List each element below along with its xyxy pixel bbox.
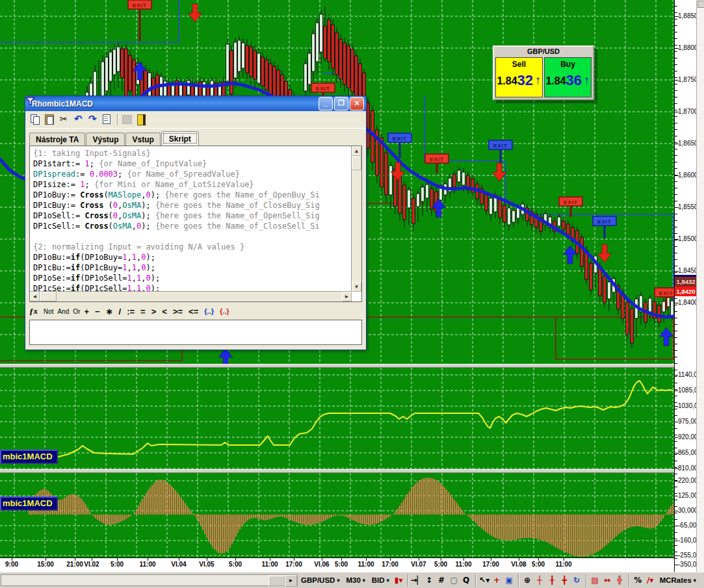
code-line: {1: taking Input-Signals} [33, 148, 352, 159]
axis-tick-label: -255,00 [678, 552, 696, 559]
equity-indicator-panel[interactable]: mbic1MACD [0, 368, 674, 469]
trendline-dropdown[interactable]: ∕▾ [644, 575, 657, 585]
operator-button[interactable]: > [151, 307, 157, 316]
editor-vscrollbar[interactable]: ▲ ▼ [351, 146, 361, 292]
time-tick-label: 11:00 [133, 561, 162, 568]
scroll-right-icon[interactable]: ► [285, 575, 297, 587]
fit-width-icon[interactable]: ↔ [601, 575, 614, 585]
time-axis[interactable]: 9:0015:0021:00VI.025:0011:00VI.04VI.055:… [0, 557, 674, 572]
check-script-icon[interactable] [100, 113, 114, 126]
svg-text:EXIT: EXIT [493, 143, 508, 149]
osma-indicator-panel[interactable]: mbic1MACD [0, 473, 674, 557]
time-tick-label: VI.04 [164, 561, 193, 568]
redo-icon[interactable] [86, 113, 100, 126]
save-icon[interactable] [120, 113, 135, 126]
equity-line [49, 381, 673, 457]
time-tick-label: 17:00 [280, 561, 308, 568]
cursor-dropdown[interactable]: ↖▾ [478, 575, 491, 585]
operator-button[interactable]: <= [189, 307, 198, 316]
tab-skript[interactable]: Skript [161, 131, 199, 146]
code-line: DP1oSell:= Cross(0,OsMA); {here goes the… [33, 211, 352, 221]
zoom-y-icon[interactable]: ╂ [546, 575, 558, 585]
tab-nastroje-ta[interactable]: Nástroje TA [29, 133, 85, 146]
close-button[interactable]: × [350, 97, 364, 110]
scroll-down-icon[interactable]: ▼ [352, 282, 361, 292]
scroll-to-end-icon[interactable]: →▏ [411, 575, 423, 585]
chevron-down-icon: ▾ [694, 578, 696, 583]
code-line: DP1cSell:= Cross(OsMA,0); {here goes the… [33, 221, 352, 231]
editor-hscrollbar[interactable]: ◄ ► [30, 291, 352, 301]
operator-button[interactable]: − [95, 307, 100, 316]
script-editor[interactable]: {1: taking Input-Signals}DP1start:= 1; {… [29, 146, 362, 302]
sell-button[interactable]: Sell 1.8432↑ [495, 57, 543, 97]
operator-button[interactable]: {..} [220, 307, 229, 315]
indicator-name-plate: mbic1MACD [0, 450, 58, 464]
operator-button[interactable]: {..} [204, 307, 214, 315]
code-line: DP1cBuy:= Cross (0,OsMA); {here goes the… [33, 200, 352, 211]
operator-button[interactable]: Or [73, 308, 80, 315]
tab-vyst[interactable]: Výstup [86, 133, 125, 146]
operator-button[interactable]: = [140, 307, 146, 316]
actual-size-icon[interactable]: ▤ [589, 575, 601, 585]
time-scrollbar[interactable]: ► [1, 574, 298, 586]
script-code[interactable]: {1: taking Input-Signals}DP1start:= 1; {… [30, 146, 352, 292]
operator-button[interactable]: / [119, 307, 122, 316]
hscroll-thumb[interactable] [40, 292, 57, 301]
buy-arrow-icon [563, 246, 577, 264]
operator-button[interactable]: And [58, 308, 70, 315]
dialog-title: Rhombic1MACD [32, 99, 317, 109]
operator-button[interactable]: + [84, 307, 89, 316]
timeframe-dropdown[interactable]: M30▾ [343, 576, 368, 585]
vscroll-thumb[interactable] [352, 156, 361, 170]
dialog-titlebar[interactable]: Rhombic1MACD _ ❐ × [25, 96, 366, 111]
operator-button[interactable]: < [162, 307, 167, 316]
vertical-scrollbar-thumb[interactable] [697, 1, 704, 8]
operator-button[interactable]: >= [173, 307, 183, 316]
scroll-up-icon[interactable]: ▲ [352, 146, 361, 156]
price-type-dropdown[interactable]: BID▾ [369, 576, 393, 585]
message-area[interactable] [29, 320, 362, 345]
refresh-icon[interactable]: ↻ [571, 575, 583, 585]
grid-icon[interactable]: # [436, 575, 448, 585]
autoscale-icon[interactable]: ↕ [423, 575, 436, 585]
exit-icon[interactable] [135, 113, 149, 126]
scroll-left-icon[interactable]: ◄ [30, 292, 40, 301]
minimize-button[interactable]: _ [319, 97, 333, 110]
buy-price-pips: 36 [566, 74, 582, 87]
mcrates-dropdown[interactable]: MCRates▾ [657, 576, 699, 585]
vertical-scrollbar[interactable] [696, 0, 704, 572]
axis-tick-label: 1,8400 [678, 299, 696, 306]
paste-icon[interactable] [43, 113, 57, 126]
operator-button[interactable]: ƒx [29, 306, 38, 316]
time-scrollbar-thumb[interactable] [268, 576, 285, 586]
price-axis[interactable]: 1,88501,88001,87501,87001,86501,86001,85… [674, 0, 696, 572]
select-region-icon[interactable]: ▢ [448, 575, 460, 585]
quotes-icon[interactable]: Q [460, 575, 473, 585]
buy-button[interactable]: Buy 1.8436↑ [544, 57, 592, 97]
copy-icon[interactable] [29, 113, 43, 126]
maximize-button[interactable]: ❐ [334, 97, 348, 110]
percent-scale-icon[interactable]: % [632, 575, 644, 585]
axis-tick-label: 975,00 [678, 418, 696, 425]
zoom-xy-icon[interactable]: ╋ [558, 575, 571, 585]
cut-icon[interactable] [57, 113, 72, 126]
tile-windows-icon[interactable]: ▣ [503, 575, 515, 585]
quote-box: GBP/USD Sell 1.8432↑ Buy 1.8436↑ [493, 45, 594, 100]
symbol-dropdown[interactable]: GBP/USD▾ [298, 576, 343, 585]
svg-text:EXIT: EXIT [659, 290, 673, 296]
zoom-in-icon[interactable]: ⊕ [521, 575, 534, 585]
fit-all-icon[interactable]: ╬ [614, 575, 626, 585]
axis-tick-label: 30,000 [678, 507, 696, 514]
svg-text:EXIT: EXIT [393, 136, 407, 142]
scroll-right-icon[interactable]: ► [342, 292, 352, 301]
code-line: DP1oSe:=if(DP1oSell=1,1,0); [33, 273, 352, 283]
operator-button[interactable]: := [127, 307, 135, 316]
crosshair-icon[interactable]: + [491, 575, 503, 585]
operator-button[interactable]: ∗ [106, 307, 113, 316]
operator-button[interactable]: Not [44, 308, 54, 315]
zoom-x-icon[interactable]: ┼ [534, 575, 546, 585]
undo-icon[interactable] [72, 113, 86, 126]
tab-vstup[interactable]: Vstup [125, 133, 160, 146]
chart-style-dropdown[interactable]: ▮▾ [393, 575, 405, 585]
time-tick-label: 17:00 [376, 561, 404, 568]
